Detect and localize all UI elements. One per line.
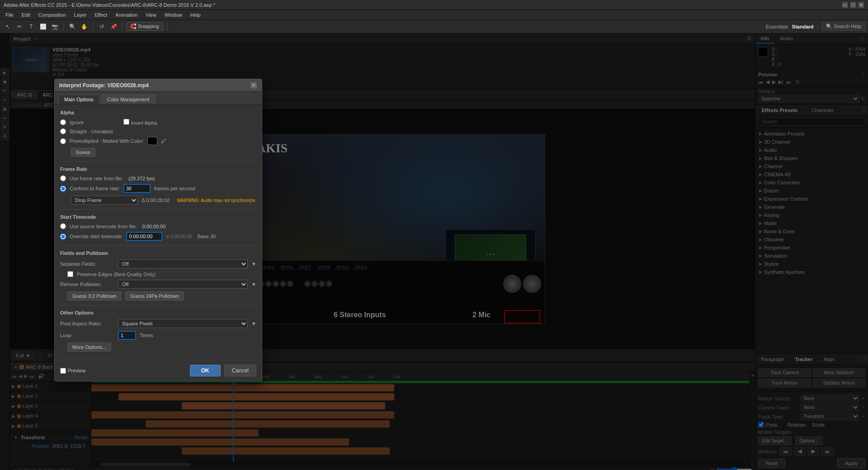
- framerate-title: Frame Rate: [60, 166, 256, 172]
- title-bar: Adobe After Effects CC 2015 - E:\Demo Vi…: [0, 0, 868, 10]
- menu-edit[interactable]: Edit: [18, 11, 34, 19]
- use-source-radio[interactable]: [60, 223, 66, 229]
- guess-button[interactable]: Guess: [71, 148, 95, 157]
- tool-camera[interactable]: 📷: [50, 22, 60, 32]
- separate-fields-row: Separate Fields: Off ▼: [60, 259, 256, 268]
- tool-pin[interactable]: 📌: [108, 22, 118, 32]
- menu-animation[interactable]: Animation: [112, 11, 141, 19]
- invert-alpha-row: Invert Alpha: [123, 119, 157, 126]
- tool-rotate[interactable]: ↺: [97, 22, 107, 32]
- conform-fps-input[interactable]: [123, 184, 151, 193]
- menu-layer[interactable]: Layer: [71, 11, 90, 19]
- menu-composition[interactable]: Composition: [35, 11, 70, 19]
- source-timecode: 0:00:00:00: [142, 224, 166, 229]
- alpha-ignore-radio[interactable]: [60, 119, 66, 125]
- menu-help[interactable]: Help: [187, 11, 204, 19]
- alpha-color-box[interactable]: [147, 137, 157, 145]
- rem-pull-arrow: ▼: [251, 282, 256, 287]
- conform-radio[interactable]: [60, 186, 66, 192]
- main-layout: ▶ ◼ ⟳ ≡ ▦ ♦ ⊕ ⚙ 0:00 🔊 Project ▼ ☰ VIDEO…: [0, 33, 868, 470]
- tool-select[interactable]: ↖: [3, 22, 13, 32]
- toolbar-sep-2: [93, 22, 93, 31]
- timecode-title: Start Timecode: [60, 214, 256, 220]
- menu-window[interactable]: Window: [161, 11, 186, 19]
- modal-overlay: Interpret Footage: VIDEO0026.mp4 ✕ Main …: [0, 33, 868, 470]
- modal-tab-color[interactable]: Color Management: [101, 94, 156, 104]
- preserve-edges-label: Preserve Edges (Best Quality Only): [77, 272, 156, 277]
- preserve-edges-checkbox[interactable]: [67, 271, 73, 277]
- toolbar-sep-1: [63, 22, 64, 31]
- preview-label-footer: Preview: [68, 368, 85, 373]
- alpha-straight-row: Straight - Unmatted: [60, 128, 256, 134]
- tool-text[interactable]: T: [26, 22, 36, 32]
- guess-32-btn[interactable]: Guess 3:2 Pulldown: [67, 291, 122, 301]
- modal-tabs: Main Options Color Management: [55, 92, 262, 104]
- workspace-essentials[interactable]: Essentials: [766, 24, 788, 29]
- pixel-aspect-row: Pixel Aspect Ratio: Square Pixels ▼: [60, 319, 256, 328]
- remove-pulldown-label: Remove Pulldown:: [60, 282, 114, 287]
- tool-zoom[interactable]: 🔍: [67, 22, 77, 32]
- fields-title: Fields and Pulldown: [60, 250, 256, 256]
- title-bar-controls: — □ ✕: [842, 2, 864, 8]
- divider-2: [60, 209, 256, 210]
- restore-button[interactable]: □: [850, 2, 856, 8]
- modal-close-button[interactable]: ✕: [250, 82, 257, 89]
- modal-title: Interpret Footage: VIDEO0026.mp4: [59, 82, 149, 89]
- toolbar: ↖ ✏ T ⬜ 📷 🔍 ✋ ↺ 📌 🧲 Snapping Essentials …: [0, 20, 868, 33]
- menu-view[interactable]: View: [142, 11, 160, 19]
- use-from-file-radio[interactable]: [60, 175, 66, 181]
- tool-hand[interactable]: ✋: [79, 22, 89, 32]
- toolbar-sep-3: [122, 22, 123, 31]
- menu-file[interactable]: File: [2, 11, 17, 19]
- modal-tab-main[interactable]: Main Options: [58, 94, 99, 104]
- menu-effect[interactable]: Effect: [91, 11, 111, 19]
- tool-shape[interactable]: ⬜: [38, 22, 48, 32]
- tool-pen[interactable]: ✏: [14, 22, 24, 32]
- drop-frame-select[interactable]: Drop Frame: [71, 196, 138, 205]
- cancel-button[interactable]: Cancel: [224, 365, 256, 376]
- warning-label: WARNING: Audio may not synchronize.: [177, 198, 256, 203]
- guess-indent: Guess: [60, 148, 95, 157]
- ok-button[interactable]: OK: [190, 365, 221, 376]
- separate-fields-label: Separate Fields:: [60, 261, 114, 267]
- minimize-button[interactable]: —: [842, 2, 848, 8]
- interpret-footage-modal: Interpret Footage: VIDEO0026.mp4 ✕ Main …: [54, 79, 262, 381]
- use-from-file-label: Use frame rate from file:: [70, 176, 123, 181]
- alpha-ignore-row: Ignore Invert Alpha: [60, 119, 256, 126]
- preview-checkbox[interactable]: [60, 368, 66, 374]
- loop-input[interactable]: [118, 331, 136, 340]
- snapping-button[interactable]: 🧲 Snapping: [126, 22, 163, 31]
- guess-buttons-row: Guess 3:2 Pulldown Guess 24Pa Pulldown: [60, 291, 256, 301]
- menu-bar: File Edit Composition Layer Effect Anima…: [0, 10, 868, 20]
- invert-alpha-checkbox[interactable]: [123, 119, 129, 125]
- fps-unit: frames per second: [154, 186, 195, 191]
- alpha-straight-label: Straight - Unmatted: [70, 129, 113, 134]
- loop-unit: Times: [140, 333, 153, 338]
- alpha-premultiplied-radio[interactable]: [60, 138, 66, 144]
- alpha-straight-radio[interactable]: [60, 128, 66, 134]
- use-from-file-row: Use frame rate from file: (29.372 fps): [60, 175, 256, 181]
- close-button[interactable]: ✕: [858, 2, 864, 8]
- modal-title-bar: Interpret Footage: VIDEO0026.mp4 ✕: [55, 79, 262, 92]
- modal-footer: Preview OK Cancel: [55, 360, 262, 381]
- loop-row: Loop: Times: [60, 331, 256, 340]
- preserve-edges-row: Preserve Edges (Best Quality Only): [60, 271, 256, 277]
- search-help[interactable]: 🔍 Search Help: [822, 22, 865, 31]
- divider-1: [60, 161, 256, 162]
- pixel-aspect-label: Pixel Aspect Ratio:: [60, 321, 114, 326]
- separate-fields-select[interactable]: Off: [118, 259, 248, 268]
- pixel-aspect-select[interactable]: Square Pixels: [118, 319, 248, 328]
- override-radio[interactable]: [60, 234, 66, 240]
- is-label: is 0:00:00:00: [166, 234, 192, 239]
- remove-pulldown-row: Remove Pulldown: Off ▼: [60, 280, 256, 289]
- alpha-premultiplied-label: Premultiplied - Matted With Color:: [70, 138, 144, 144]
- eyedropper-icon[interactable]: 🖊: [161, 138, 166, 144]
- override-timecode-input[interactable]: [126, 232, 162, 241]
- more-options-btn[interactable]: More Options...: [67, 343, 111, 352]
- guess-24pa-btn[interactable]: Guess 24Pa Pulldown: [125, 291, 184, 301]
- conform-label: Conform to frame rate:: [70, 186, 120, 191]
- alpha-premultiplied-row: Premultiplied - Matted With Color: 🖊: [60, 137, 256, 145]
- remove-pulldown-select[interactable]: Off: [118, 280, 248, 289]
- workspace-standard[interactable]: Standard: [792, 24, 814, 29]
- override-label: Override start timecode:: [70, 234, 123, 239]
